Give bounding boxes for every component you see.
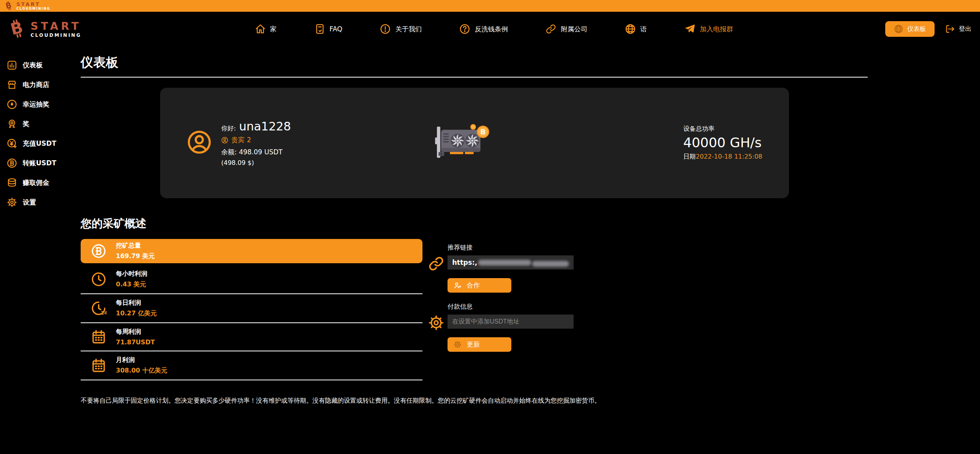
usdt-address-input[interactable] — [448, 315, 574, 329]
svg-text:B: B — [480, 128, 486, 136]
nav-label: 加入电报群 — [700, 25, 733, 34]
bitcoin-circle-icon — [91, 243, 106, 259]
referral-link-prefix: https:, — [452, 259, 477, 266]
sidebar-item-award[interactable]: 奖 — [0, 117, 74, 131]
gpu-card-image: B — [434, 121, 493, 163]
dashboard-button[interactable]: 仪表板 — [885, 21, 935, 37]
stat-label: 挖矿总量 — [116, 242, 155, 250]
sidebar-item-power-store[interactable]: 电力商店 — [0, 78, 74, 92]
stat-label: 每日利润 — [116, 299, 157, 307]
title-divider — [81, 77, 868, 78]
nav-item-about[interactable]: 关于我们 — [380, 24, 422, 34]
nav-label: 反洗钱条例 — [475, 25, 508, 34]
balance-label: 余额: — [221, 148, 237, 156]
logout-button[interactable]: 登出 — [945, 24, 971, 34]
dashboard-chart-icon — [7, 60, 17, 71]
avatar — [187, 130, 212, 156]
brand-name: START — [31, 21, 81, 31]
header-logo[interactable]: START CLOUDMINING — [9, 19, 103, 39]
sidebar-item-commission[interactable]: 赚取佣金 — [0, 175, 74, 190]
sidebar: 仪表板 电力商店 幸运抽奖 奖 — [0, 46, 74, 405]
topbar-brand-subtitle: CLOUDMINING — [16, 7, 51, 11]
referral-payment-column: 推荐链接 https:, — [428, 239, 574, 352]
user-info: 你好: una1228 贵宾 2 余额: 498.09 USDT (498.09… — [187, 119, 291, 166]
home-icon — [255, 24, 266, 34]
clock-24-icon: 24 — [91, 300, 106, 316]
mining-section-title: 您的采矿概述 — [81, 216, 980, 231]
user-avatar-icon — [187, 130, 212, 155]
stat-value: 308.00 十亿美元 — [116, 367, 167, 375]
sidebar-item-label: 充值USDT — [23, 139, 56, 148]
svg-text:24: 24 — [101, 310, 106, 316]
nav-item-faq[interactable]: FAQ — [314, 24, 343, 34]
gear-icon — [7, 197, 17, 208]
username: una1228 — [239, 119, 291, 133]
nav-item-affiliates[interactable]: 附属公司 — [545, 24, 587, 34]
page-title: 仪表板 — [81, 54, 980, 71]
user-summary-card: 你好: una1228 贵宾 2 余额: 498.09 USDT (498.09… — [160, 88, 789, 198]
sidebar-item-label: 设置 — [23, 198, 36, 207]
coins-stack-icon — [7, 177, 17, 188]
sidebar-item-settings[interactable]: 设置 — [0, 195, 74, 210]
stat-label: 月利润 — [116, 356, 167, 364]
payment-group: 付款信息 更新 — [428, 303, 574, 352]
gear-icon — [453, 340, 462, 349]
nav-label: 语 — [640, 25, 647, 34]
sidebar-item-label: 幸运抽奖 — [23, 100, 49, 109]
greeting-label: 你好: — [221, 125, 236, 133]
gear-icon-large — [428, 315, 444, 333]
footer-note: 不要将自己局限于固定价格计划。您决定要购买多少硬件功率！没有维护或等待期。没有隐… — [81, 397, 883, 405]
sidebar-item-deposit-usdt[interactable]: 充值USDT — [0, 136, 74, 151]
payment-info-label: 付款信息 — [448, 303, 574, 311]
stat-row-daily-profit: 24 每日利润 10.27 亿美元 — [81, 294, 422, 323]
sidebar-item-label: 仪表板 — [23, 61, 43, 70]
sidebar-item-label: 赚取佣金 — [23, 178, 49, 187]
nav-item-aml[interactable]: 反洗钱条例 — [459, 24, 508, 34]
vip-level: 贵宾 2 — [231, 136, 251, 145]
stat-value: 0.43 美元 — [116, 280, 147, 289]
main-nav: 家 FAQ 关于我们 反洗钱条例 附属公司 — [103, 24, 885, 34]
info-circle-icon — [380, 24, 391, 34]
calendar-icon — [91, 329, 106, 345]
header-actions: 仪表板 登出 — [885, 21, 971, 37]
sidebar-item-dashboard[interactable]: 仪表板 — [0, 58, 74, 72]
header: START CLOUDMINING 家 FAQ 关于我们 反洗 — [0, 12, 980, 46]
lucky-draw-icon — [7, 99, 17, 110]
link-chain-icon-large — [428, 255, 444, 273]
sidebar-item-label: 电力商店 — [23, 80, 49, 89]
referral-link-field[interactable]: https:, — [448, 255, 574, 270]
stat-row-monthly-profit: 月利润 308.00 十亿美元 — [81, 351, 422, 380]
person-plus-icon — [453, 281, 462, 289]
stat-row-total-mined: 挖矿总量 169.79 美元 — [81, 239, 422, 263]
partner-button[interactable]: 合作 — [448, 278, 511, 293]
mining-stats-list: 挖矿总量 169.79 美元 每小时利润 0.43 美元 — [81, 239, 422, 380]
referral-link-label: 推荐链接 — [448, 244, 574, 252]
brand-subtitle: CLOUDMINING — [31, 33, 81, 38]
nav-item-telegram[interactable]: 加入电报群 — [684, 24, 733, 34]
faq-document-icon — [314, 24, 325, 34]
gpu-illustration: B — [434, 121, 493, 165]
logout-button-label: 登出 — [959, 25, 971, 33]
vip-person-icon — [221, 137, 228, 144]
sidebar-item-lucky-draw[interactable]: 幸运抽奖 — [0, 97, 74, 112]
date-value: 2022-10-18 11:25:08 — [696, 153, 762, 160]
globe-icon — [625, 24, 636, 34]
store-icon — [7, 80, 17, 90]
award-medal-icon — [7, 119, 17, 129]
nav-label: 家 — [270, 25, 277, 34]
update-button-label: 更新 — [467, 340, 480, 349]
nav-label: 附属公司 — [561, 25, 587, 34]
update-button[interactable]: 更新 — [448, 337, 511, 352]
redacted-blur — [478, 260, 531, 266]
nav-item-home[interactable]: 家 — [255, 24, 277, 34]
stat-row-weekly-profit: 每周利润 71.87USDT — [81, 323, 422, 351]
redacted-blur — [532, 261, 569, 267]
main-content: 仪表板 你好: una1228 贵宾 2 余额 — [74, 46, 980, 405]
dashboard-button-label: 仪表板 — [907, 25, 926, 33]
top-orange-bar: START CLOUDMINING — [0, 0, 980, 12]
balance-value: 498.09 USDT — [239, 148, 283, 156]
nav-item-language[interactable]: 语 — [625, 24, 647, 34]
stat-value: 71.87USDT — [116, 338, 155, 346]
sidebar-item-transfer-usdt[interactable]: 转账USDT — [0, 156, 74, 170]
bitcoin-logo-icon — [4, 0, 13, 11]
